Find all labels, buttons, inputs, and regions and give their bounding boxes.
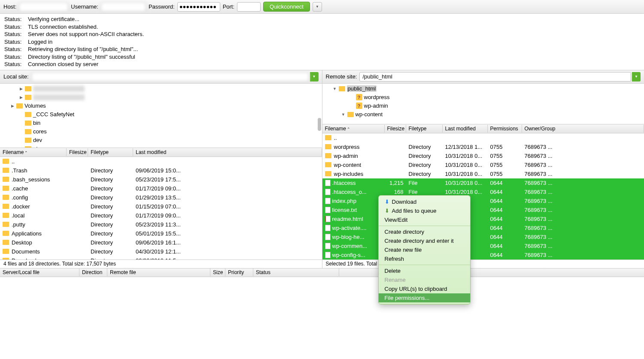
tree-row[interactable]: bin bbox=[2, 119, 320, 127]
list-item[interactable]: wp-contentDirectory10/31/2018 0...075576… bbox=[322, 160, 644, 169]
tree-row[interactable]: etc bbox=[2, 145, 320, 148]
tree-row[interactable]: _CCC SafetyNet bbox=[2, 110, 320, 119]
disclosure-triangle-icon[interactable]: ▶ bbox=[19, 95, 23, 100]
queue-col[interactable]: Priority bbox=[225, 268, 253, 276]
local-tree[interactable]: ▶▶▶Volumes_CCC SafetyNetbincoresdevetc bbox=[0, 84, 322, 148]
remote-file-list[interactable]: ..wordpressDirectory12/13/2018 1...07557… bbox=[322, 133, 644, 259]
list-item[interactable]: wp-config-s...8 0...06447689673 ... bbox=[322, 250, 644, 259]
local-site-input[interactable] bbox=[31, 72, 309, 81]
list-item[interactable]: DownloadsDirectory09/09/2019 11:5... bbox=[0, 256, 322, 259]
folder-icon bbox=[3, 240, 9, 245]
quickconnect-dropdown[interactable]: ▼ bbox=[313, 2, 322, 12]
ctx-file-permissions[interactable]: File permissions... bbox=[379, 293, 470, 302]
tree-row[interactable]: ▶Volumes bbox=[2, 102, 320, 110]
remote-tree[interactable]: ▼public_html?wordpress?wp-admin▼wp-conte… bbox=[322, 84, 644, 124]
port-input[interactable] bbox=[237, 2, 261, 12]
col-modified[interactable]: Last modified bbox=[443, 125, 488, 133]
list-item[interactable]: .. bbox=[322, 133, 644, 142]
local-history-dropdown[interactable]: ▼ bbox=[310, 72, 319, 81]
list-item[interactable]: wp-includesDirectory10/31/2018 0...07557… bbox=[322, 169, 644, 178]
list-item[interactable]: .TrashDirectory09/06/2019 15:0... bbox=[0, 166, 322, 175]
col-filename[interactable]: Filename⌃ bbox=[322, 125, 385, 133]
scrollbar-thumb[interactable] bbox=[318, 118, 321, 131]
disclosure-triangle-icon[interactable]: ▶ bbox=[19, 87, 23, 91]
queue-col[interactable]: Status bbox=[253, 268, 339, 276]
ctx-download[interactable]: ⬇Download bbox=[379, 197, 470, 206]
queue-area[interactable] bbox=[0, 277, 644, 316]
col-owner[interactable]: Owner/Group bbox=[522, 125, 644, 133]
col-filetype[interactable]: Filetype bbox=[88, 148, 133, 156]
tree-label: bin bbox=[33, 120, 40, 126]
tree-row[interactable]: ▼wp-content bbox=[324, 110, 643, 119]
list-item[interactable]: wordpressDirectory12/13/2018 1...0755768… bbox=[322, 142, 644, 151]
file-name: index.php bbox=[332, 198, 356, 204]
list-item[interactable]: .configDirectory01/29/2019 13:5... bbox=[0, 193, 322, 202]
disclosure-triangle-icon[interactable]: ▶ bbox=[10, 104, 15, 108]
disclosure-triangle-icon[interactable]: ▼ bbox=[341, 112, 346, 117]
list-item[interactable]: .localDirectory01/17/2019 09:0... bbox=[0, 211, 322, 220]
remote-history-dropdown[interactable]: ▼ bbox=[632, 72, 641, 81]
ctx-delete[interactable]: Delete bbox=[379, 266, 470, 275]
col-filesize[interactable]: Filesize bbox=[385, 125, 406, 133]
list-item[interactable]: .bash_sessionsDirectory05/23/2019 17:5..… bbox=[0, 175, 322, 184]
tree-row[interactable]: ?wp-admin bbox=[324, 102, 643, 110]
tree-row[interactable]: cores bbox=[2, 127, 320, 136]
col-filename[interactable]: Filename⌃ bbox=[0, 148, 67, 156]
queue-col[interactable]: Remote file bbox=[107, 268, 210, 276]
file-modified: 10/31/2018 0... bbox=[443, 189, 488, 195]
list-item[interactable]: DesktopDirectory09/06/2019 16:1... bbox=[0, 238, 322, 247]
file-owner: 7689673 ... bbox=[522, 207, 644, 213]
list-item[interactable]: wp-adminDirectory10/31/2018 0...07557689… bbox=[322, 151, 644, 160]
tree-row[interactable]: ▼public_html bbox=[324, 84, 643, 93]
ctx-create-dir[interactable]: Create directory bbox=[379, 227, 470, 236]
tree-row[interactable]: dev bbox=[2, 136, 320, 145]
col-filesize[interactable]: Filesize bbox=[67, 148, 88, 156]
list-item[interactable]: readme.html8 0...06447689673 ... bbox=[322, 214, 644, 223]
list-item[interactable]: .cacheDirectory01/17/2019 09:0... bbox=[0, 184, 322, 193]
local-column-headers[interactable]: Filename⌃ Filesize Filetype Last modifie… bbox=[0, 148, 322, 157]
col-modified[interactable]: Last modified bbox=[133, 148, 322, 156]
queue-column-headers[interactable]: Server/Local fileDirectionRemote fileSiz… bbox=[0, 268, 644, 277]
disclosure-triangle-icon[interactable]: ▼ bbox=[333, 87, 337, 91]
list-item[interactable]: .htaccess_o...168File10/31/2018 0...0644… bbox=[322, 187, 644, 196]
file-modified: 09/06/2019 16:1... bbox=[133, 239, 322, 246]
list-item[interactable]: .. bbox=[0, 157, 322, 166]
list-item[interactable]: ApplicationsDirectory05/01/2019 15:5... bbox=[0, 229, 322, 238]
queue-col[interactable]: Direction bbox=[79, 268, 107, 276]
log-message: Logged in bbox=[28, 38, 52, 46]
host-input[interactable] bbox=[19, 2, 68, 12]
list-item[interactable]: wp-blog-he...8 0...06447689673 ... bbox=[322, 232, 644, 241]
col-filetype[interactable]: Filetype bbox=[406, 125, 443, 133]
file-name: Applications bbox=[12, 230, 42, 237]
ctx-refresh[interactable]: Refresh bbox=[379, 254, 470, 263]
list-item[interactable]: .puttyDirectory05/23/2019 11:3... bbox=[0, 220, 322, 229]
list-item[interactable]: index.php8 0...06447689673 ... bbox=[322, 196, 644, 205]
list-item[interactable]: .dockerDirectory01/15/2019 07:0... bbox=[0, 202, 322, 211]
ctx-create-dir-enter[interactable]: Create directory and enter it bbox=[379, 236, 470, 245]
ctx-copy-url[interactable]: Copy URL(s) to clipboard bbox=[379, 284, 470, 293]
username-input[interactable] bbox=[101, 2, 146, 12]
queue-col[interactable]: Server/Local file bbox=[0, 268, 79, 276]
list-item[interactable]: .htaccess1,215File10/31/2018 0...0644768… bbox=[322, 178, 644, 187]
file-permissions: 0755 bbox=[488, 171, 522, 177]
remote-column-headers[interactable]: Filename⌃ Filesize Filetype Last modifie… bbox=[322, 124, 644, 133]
list-item[interactable]: DocumentsDirectory04/30/2019 12:1... bbox=[0, 247, 322, 256]
list-item[interactable]: license.txt8 0...06447689673 ... bbox=[322, 205, 644, 214]
remote-status: Selected 19 files. Total size: 151,670 b… bbox=[322, 259, 644, 268]
remote-site-input[interactable] bbox=[359, 72, 631, 81]
tree-row[interactable]: ?wordpress bbox=[324, 93, 643, 102]
col-permissions[interactable]: Permissions bbox=[488, 125, 522, 133]
local-file-list[interactable]: ...TrashDirectory09/06/2019 15:0....bash… bbox=[0, 157, 322, 259]
file-name: Documents bbox=[12, 248, 40, 255]
queue-col[interactable]: Size bbox=[210, 268, 225, 276]
ctx-view-edit[interactable]: View/Edit bbox=[379, 215, 470, 224]
ctx-add-queue[interactable]: ⬇Add files to queue bbox=[379, 206, 470, 215]
tree-row[interactable]: ▶ bbox=[2, 84, 320, 93]
quickconnect-button[interactable]: Quickconnect bbox=[263, 2, 310, 12]
list-item[interactable]: wp-commen...8 0...06447689673 ... bbox=[322, 241, 644, 250]
password-input[interactable] bbox=[177, 2, 220, 12]
ctx-create-file[interactable]: Create new file bbox=[379, 245, 470, 254]
tree-row[interactable]: ▶ bbox=[2, 93, 320, 102]
list-item[interactable]: wp-activate....8 0...06447689673 ... bbox=[322, 223, 644, 232]
file-icon bbox=[325, 207, 331, 213]
